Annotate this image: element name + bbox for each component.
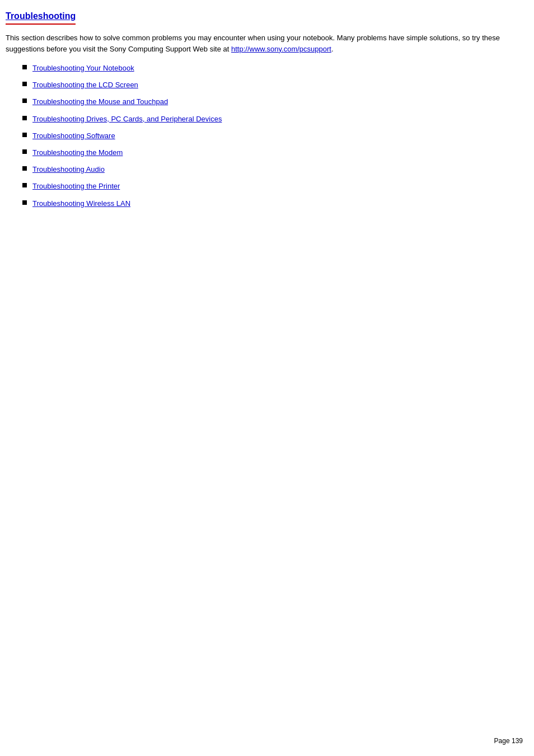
nav-link-3[interactable]: Troubleshooting Drives, PC Cards, and Pe…: [32, 114, 222, 124]
bullet-icon: [22, 200, 27, 205]
list-item: Troubleshooting Your Notebook: [22, 63, 517, 73]
nav-link-5[interactable]: Troubleshooting the Modem: [32, 148, 123, 158]
bullet-icon: [22, 116, 27, 120]
page-container: Troubleshooting This section describes h…: [0, 0, 534, 238]
bullet-icon: [22, 149, 27, 154]
intro-text: This section describes how to solve comm…: [6, 32, 517, 54]
page-number: Page 139: [494, 737, 523, 745]
nav-link-6[interactable]: Troubleshooting Audio: [32, 165, 105, 175]
bullet-icon: [22, 166, 27, 171]
bullet-icon: [22, 183, 27, 187]
list-item: Troubleshooting Software: [22, 131, 517, 141]
list-item: Troubleshooting the Mouse and Touchpad: [22, 97, 517, 107]
nav-link-4[interactable]: Troubleshooting Software: [32, 131, 115, 141]
nav-link-7[interactable]: Troubleshooting the Printer: [32, 181, 120, 191]
bullet-icon: [22, 98, 27, 103]
navigation-list: Troubleshooting Your NotebookTroubleshoo…: [22, 63, 517, 209]
nav-link-1[interactable]: Troubleshooting the LCD Screen: [32, 80, 138, 90]
list-item: Troubleshooting Drives, PC Cards, and Pe…: [22, 114, 517, 124]
list-item: Troubleshooting Audio: [22, 165, 517, 175]
list-item: Troubleshooting Wireless LAN: [22, 199, 517, 209]
nav-link-0[interactable]: Troubleshooting Your Notebook: [32, 63, 134, 73]
bullet-icon: [22, 82, 27, 86]
page-title[interactable]: Troubleshooting: [6, 11, 76, 25]
nav-link-8[interactable]: Troubleshooting Wireless LAN: [32, 199, 130, 209]
list-item: Troubleshooting the Printer: [22, 181, 517, 191]
bullet-icon: [22, 65, 27, 69]
list-item: Troubleshooting the LCD Screen: [22, 80, 517, 90]
bullet-icon: [22, 133, 27, 137]
list-item: Troubleshooting the Modem: [22, 148, 517, 158]
support-url-link[interactable]: http://www.sony.com/pcsupport: [231, 45, 331, 53]
nav-link-2[interactable]: Troubleshooting the Mouse and Touchpad: [32, 97, 168, 107]
